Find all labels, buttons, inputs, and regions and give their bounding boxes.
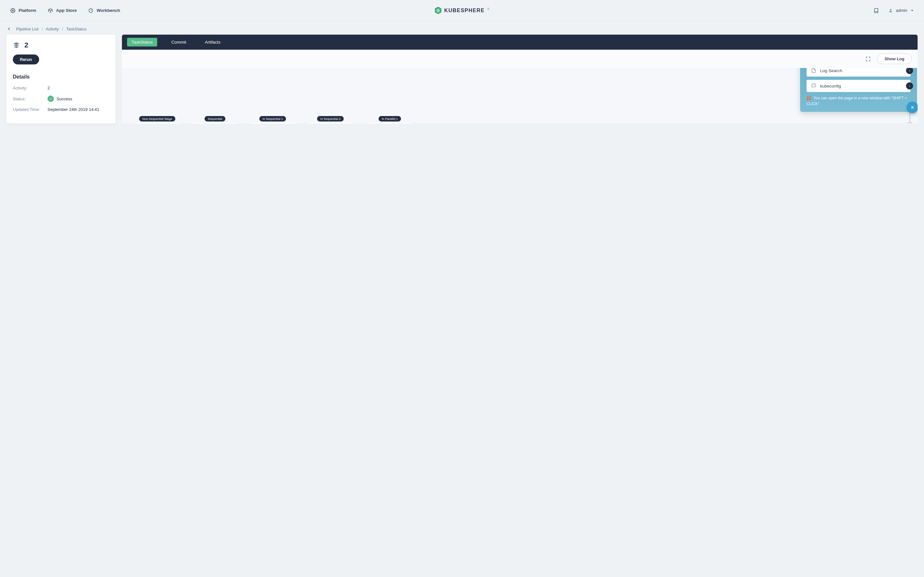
- brand-logo[interactable]: KUBESPHERE ®: [435, 7, 489, 15]
- main-panel: TaskStatus Commit Artifacts Show Log Non…: [122, 35, 918, 123]
- lifebuoy-icon: 🛟: [806, 96, 811, 100]
- toolbox-tip: 🛟 You can open the page in a new window …: [806, 95, 911, 107]
- book-icon[interactable]: [874, 8, 879, 13]
- nav-platform[interactable]: Platform: [10, 8, 36, 13]
- pipeline-stages: Non-Sequential Stage Task (1 / 1) Succes…: [128, 122, 885, 123]
- nav-appstore-label: App Store: [56, 8, 77, 13]
- crumb-taskstatus: TaskStatus: [66, 27, 87, 31]
- task-card[interactable]: Task (1 / 1) Success: [135, 122, 180, 123]
- detail-updated-label: Updated Time:: [13, 107, 47, 112]
- nav-appstore[interactable]: App Store: [48, 8, 77, 13]
- tab-bar: TaskStatus Commit Artifacts: [122, 35, 918, 50]
- stage-label: In Sequential 1: [259, 116, 286, 121]
- app-header: Platform App Store Workbench KUBESPHERE …: [0, 0, 924, 21]
- breadcrumb: Pipeline List / Activity / TaskStatus: [16, 27, 87, 31]
- tab-task-status[interactable]: TaskStatus: [127, 38, 157, 47]
- task-card[interactable]: Task (4 / 4) Success: [192, 122, 237, 123]
- rerun-button[interactable]: Rerun: [13, 55, 39, 64]
- fullscreen-icon[interactable]: [864, 55, 873, 63]
- detail-updated-value: September 24th 2019 14:41: [47, 107, 99, 112]
- details-heading: Details: [13, 74, 109, 80]
- stage-label: In Parallel 1: [379, 116, 401, 121]
- back-icon[interactable]: [6, 26, 11, 31]
- detail-updated: Updated Time: September 24th 2019 14:41: [13, 107, 109, 112]
- crumb-pipeline-list[interactable]: Pipeline List: [16, 27, 39, 31]
- detail-activity: Activity: 2: [13, 85, 109, 90]
- svg-point-2: [890, 9, 891, 11]
- chevron-right-icon: ›: [906, 68, 913, 74]
- task-card[interactable]: Task (1 / 1) Success: [250, 122, 295, 123]
- tool-label: Log Search: [820, 68, 842, 73]
- task-card[interactable]: Task (1 / 1) Success: [308, 122, 353, 123]
- gear-icon: [10, 8, 15, 13]
- document-icon: [811, 68, 816, 73]
- run-number: 2: [24, 41, 28, 49]
- stage-label: Sequential: [205, 116, 226, 121]
- user-name: admin: [896, 8, 907, 13]
- stage-label: In Sequential 2: [317, 116, 344, 121]
- chevron-down-icon: [911, 9, 914, 12]
- layers-icon: [13, 42, 20, 49]
- show-log-button[interactable]: Show Log: [877, 53, 912, 64]
- canvas-toolbar: Show Log: [122, 50, 918, 68]
- detail-activity-label: Activity:: [13, 85, 47, 90]
- user-menu[interactable]: admin: [888, 8, 914, 13]
- success-check-icon: ✓: [47, 95, 54, 102]
- book-icon: [811, 83, 816, 89]
- detail-status: Status: ✓ Success: [13, 95, 109, 102]
- zoom-thumb[interactable]: [907, 122, 913, 123]
- tool-kubeconfig[interactable]: kubeconfig ›: [806, 80, 911, 92]
- user-icon: [888, 8, 893, 13]
- close-toolbox-button[interactable]: [907, 102, 918, 113]
- chevron-right-icon: ›: [906, 82, 913, 89]
- page-head: Pipeline List / Activity / TaskStatus: [0, 21, 924, 35]
- app-store-icon: [48, 8, 53, 13]
- tool-log-search[interactable]: Log Search ›: [806, 68, 911, 77]
- detail-status-value: Success: [57, 97, 72, 101]
- header-right: admin: [874, 8, 914, 13]
- tab-commit[interactable]: Commit: [167, 38, 191, 47]
- toolbox-panel: Toolbox 💡 The toolbox provides log searc…: [800, 68, 917, 112]
- gauge-icon: [88, 8, 94, 13]
- task-card[interactable]: Task (1 / 1) Success: [367, 122, 412, 123]
- nav-platform-label: Platform: [19, 8, 36, 13]
- pipeline-canvas[interactable]: Non-Sequential Stage Task (1 / 1) Succes…: [122, 68, 918, 123]
- tab-artifacts[interactable]: Artifacts: [200, 38, 225, 47]
- crumb-activity[interactable]: Activity: [45, 27, 59, 31]
- header-nav: Platform App Store Workbench: [10, 8, 120, 13]
- brand-text: KUBESPHERE: [444, 8, 485, 13]
- nav-workbench-label: Workbench: [97, 8, 120, 13]
- svg-point-0: [12, 10, 13, 11]
- detail-status-label: Status:: [13, 97, 47, 101]
- detail-activity-value: 2: [47, 85, 50, 90]
- nav-workbench[interactable]: Workbench: [88, 8, 120, 13]
- stage-label: Non-Sequential Stage: [139, 116, 176, 121]
- tool-label: kubeconfig: [820, 84, 841, 89]
- details-panel: 2 Rerun Details Activity: 2 Status: ✓ Su…: [6, 35, 115, 123]
